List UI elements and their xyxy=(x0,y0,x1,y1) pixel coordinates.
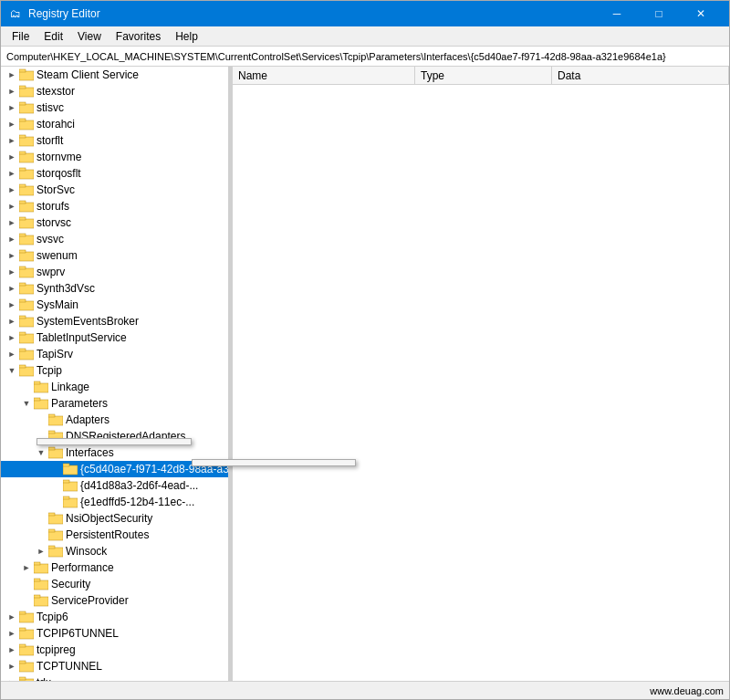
svg-rect-69 xyxy=(19,628,26,631)
expand-icon[interactable]: ▼ xyxy=(19,396,34,411)
tree-item[interactable]: ►storqosflt xyxy=(1,165,228,182)
tree-item[interactable]: ►svsvc xyxy=(1,231,228,247)
svg-rect-68 xyxy=(19,630,34,639)
expand-icon[interactable] xyxy=(34,413,48,427)
expand-icon[interactable]: ► xyxy=(5,248,19,263)
tree-item[interactable]: ▼Tcpip xyxy=(1,362,228,379)
menu-item-file[interactable]: File xyxy=(5,28,36,45)
expand-icon[interactable]: ► xyxy=(5,166,19,181)
expand-icon[interactable]: ► xyxy=(5,232,19,246)
tree-item[interactable]: ►Synth3dVsc xyxy=(1,280,228,297)
tree-item[interactable]: ►swenum xyxy=(1,247,228,264)
expand-icon[interactable]: ► xyxy=(5,643,19,657)
expand-icon[interactable]: ► xyxy=(5,347,19,361)
tree-item[interactable]: ►TCPTUNNEL xyxy=(1,658,228,674)
tree-item[interactable]: ►swprv xyxy=(1,264,228,280)
expand-icon[interactable]: ► xyxy=(5,117,19,131)
tree-item[interactable]: ►SysMain xyxy=(1,297,228,313)
tree-item[interactable]: ►tcpipreg xyxy=(1,642,228,658)
svg-rect-42 xyxy=(48,416,63,425)
tree-item[interactable]: ►TapiSrv xyxy=(1,346,228,362)
title-bar-controls: ─ □ ✕ xyxy=(596,1,722,26)
expand-icon[interactable]: ▼ xyxy=(34,445,48,460)
expand-icon[interactable]: ► xyxy=(5,84,19,99)
expand-icon[interactable] xyxy=(34,528,48,542)
tree-item[interactable]: ►Winsock xyxy=(1,543,228,559)
tree-item-label: tcpipreg xyxy=(36,643,76,656)
tree-item[interactable]: Adapters xyxy=(1,412,228,428)
tree-item[interactable]: ►Performance xyxy=(1,559,228,576)
expand-icon[interactable]: ► xyxy=(5,281,19,296)
expand-icon[interactable]: ► xyxy=(5,675,19,681)
expand-icon[interactable]: ► xyxy=(5,68,19,82)
expand-icon[interactable]: ► xyxy=(5,133,19,148)
expand-icon[interactable] xyxy=(19,593,34,608)
expand-icon[interactable] xyxy=(48,495,63,509)
close-button[interactable]: ✕ xyxy=(680,1,722,26)
tree-item[interactable]: ►storahci xyxy=(1,116,228,132)
tree-item[interactable]: ►stexstor xyxy=(1,83,228,99)
svg-rect-18 xyxy=(19,219,34,228)
svg-rect-61 xyxy=(34,562,40,565)
expand-icon[interactable]: ► xyxy=(5,265,19,279)
expand-icon[interactable]: ▼ xyxy=(5,363,19,378)
expand-icon[interactable]: ► xyxy=(5,626,19,641)
tree-item[interactable]: ►Tcpip6 xyxy=(1,609,228,625)
address-bar: Computer\HKEY_LOCAL_MACHINE\SYSTEM\Curre… xyxy=(1,47,729,67)
status-text: www.deuag.com xyxy=(650,685,724,696)
expand-icon[interactable]: ► xyxy=(34,544,48,559)
expand-icon[interactable]: ► xyxy=(5,215,19,230)
menu-item-edit[interactable]: Edit xyxy=(36,28,70,45)
expand-icon[interactable]: ► xyxy=(5,199,19,214)
expand-icon[interactable] xyxy=(34,511,48,526)
tree-item[interactable]: PersistentRoutes xyxy=(1,527,228,543)
expand-icon[interactable]: ► xyxy=(19,560,34,575)
tree-item[interactable]: ►SystemEventsBroker xyxy=(1,313,228,329)
tree-item[interactable]: ►stisvc xyxy=(1,99,228,116)
folder-icon xyxy=(19,233,34,246)
tree-item[interactable]: Linkage xyxy=(1,379,228,395)
expand-icon[interactable]: ► xyxy=(5,150,19,164)
tree-scroll[interactable]: ►Steam Client Service►stexstor►stisvc►st… xyxy=(1,67,228,681)
folder-icon xyxy=(63,496,78,508)
expand-icon[interactable]: ► xyxy=(5,298,19,312)
col-data-header[interactable]: Data xyxy=(552,67,729,84)
tree-item[interactable]: ►stornvme xyxy=(1,149,228,165)
tree-item[interactable]: ►TabletInputService xyxy=(1,329,228,346)
col-type-header[interactable]: Type xyxy=(415,67,552,84)
svg-rect-24 xyxy=(19,268,34,277)
expand-icon[interactable]: ► xyxy=(5,183,19,197)
expand-icon[interactable] xyxy=(19,577,34,591)
expand-icon[interactable] xyxy=(48,478,63,493)
tree-item[interactable]: {e1edffd5-12b4-11ec-... xyxy=(1,494,228,510)
tree-item[interactable]: ►TCPIP6TUNNEL xyxy=(1,625,228,642)
menu-item-view[interactable]: View xyxy=(70,28,109,45)
folder-icon xyxy=(19,151,34,163)
menu-item-help[interactable]: Help xyxy=(168,28,205,45)
menu-bar: FileEditViewFavoritesHelp xyxy=(1,26,729,47)
expand-icon[interactable]: ► xyxy=(5,100,19,115)
tree-item[interactable]: ►storvsc xyxy=(1,214,228,231)
tree-item[interactable]: ServiceProvider xyxy=(1,592,228,609)
expand-icon[interactable]: ► xyxy=(5,330,19,345)
tree-item[interactable]: ►tdx xyxy=(1,674,228,681)
tree-item[interactable]: ▼Parameters xyxy=(1,395,228,412)
tree-item[interactable]: Security xyxy=(1,576,228,592)
tree-item[interactable]: ►storflt xyxy=(1,132,228,149)
expand-icon[interactable] xyxy=(19,380,34,394)
expand-icon[interactable]: ► xyxy=(5,314,19,329)
col-name-header[interactable]: Name xyxy=(233,67,415,84)
expand-icon[interactable]: ► xyxy=(5,610,19,624)
tree-item[interactable]: {d41d88a3-2d6f-4ead-... xyxy=(1,477,228,494)
minimize-button[interactable]: ─ xyxy=(596,1,638,26)
expand-icon[interactable]: ► xyxy=(5,659,19,674)
tree-item[interactable]: ►StorSvc xyxy=(1,182,228,198)
expand-icon[interactable] xyxy=(48,462,63,476)
registry-table-body[interactable] xyxy=(233,85,729,681)
svg-rect-60 xyxy=(34,564,48,573)
tree-item[interactable]: NsiObjectSecurity xyxy=(1,510,228,527)
tree-item[interactable]: ►Steam Client Service xyxy=(1,67,228,83)
menu-item-favorites[interactable]: Favorites xyxy=(109,28,168,45)
maximize-button[interactable]: □ xyxy=(638,1,680,26)
tree-item[interactable]: ►storufs xyxy=(1,198,228,214)
